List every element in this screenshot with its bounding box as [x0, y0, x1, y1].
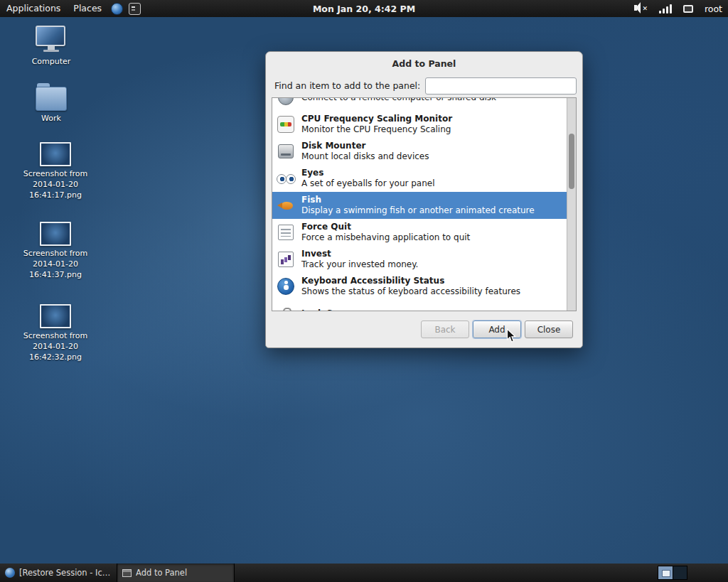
- force-quit-icon: [277, 223, 295, 242]
- icon-label: Screenshot from 2014-01-20 16:41:17.png: [23, 169, 88, 201]
- mouse-cursor: [506, 328, 517, 343]
- item-description: Monitor the CPU Frequency Scaling: [301, 124, 452, 135]
- workspace-1[interactable]: [658, 566, 673, 579]
- network-signal-icon[interactable]: [659, 4, 672, 14]
- taskbar-window-add-to-panel[interactable]: Add to Panel: [117, 564, 235, 582]
- list-scrollbar[interactable]: [567, 98, 576, 311]
- item-description: A set of eyeballs for your panel: [301, 178, 435, 189]
- item-description: Connect to a remote computer or shared d…: [301, 97, 496, 103]
- item-name: Eyes: [301, 168, 435, 178]
- item-description: Force a misbehaving application to quit: [301, 232, 470, 243]
- find-row: Find an item to add to the panel:: [274, 77, 577, 95]
- item-name: CPU Frequency Scaling Monitor: [301, 114, 452, 124]
- list-item-fish-selected[interactable]: Fish Display a swimming fish or another …: [272, 192, 576, 219]
- image-thumbnail: [40, 304, 71, 328]
- add-to-panel-dialog: Add to Panel Find an item to add to the …: [265, 51, 583, 348]
- item-name: Force Quit: [301, 222, 470, 232]
- cpu-frequency-icon: [277, 115, 295, 134]
- applications-menu[interactable]: Applications: [0, 0, 67, 17]
- close-button[interactable]: Close: [525, 320, 573, 338]
- folder-icon: [36, 87, 67, 111]
- dialog-window-icon: [122, 569, 132, 577]
- invest-icon: [277, 250, 295, 269]
- terminal-launcher-icon[interactable]: [129, 3, 141, 15]
- browser-window-icon: [5, 568, 15, 578]
- list-item-lock-screen[interactable]: Lock Screen: [272, 300, 576, 311]
- workspace-switcher: [658, 566, 687, 580]
- clock[interactable]: Mon Jan 20, 4:42 PM: [313, 4, 415, 14]
- icon-label: Screenshot from 2014-01-20 16:42:32.png: [23, 331, 88, 363]
- desktop-icon-screenshot-1[interactable]: Screenshot from 2014-01-20 16:41:17.png: [18, 142, 92, 201]
- list-item-force-quit[interactable]: Force Quit Force a misbehaving applicati…: [272, 219, 576, 246]
- desktop-icon-work-folder[interactable]: Work: [14, 82, 88, 124]
- item-description: Track your invested money.: [301, 259, 418, 270]
- browser-launcher-icon[interactable]: [111, 3, 123, 15]
- scrollbar-thumb[interactable]: [569, 134, 574, 189]
- applet-rows: Connect to a remote computer or shared d…: [272, 97, 576, 311]
- item-name: Fish: [301, 195, 535, 205]
- applet-list: Connect to a remote computer or shared d…: [272, 97, 577, 311]
- workspace-2[interactable]: [673, 566, 687, 579]
- bottom-taskbar: [Restore Session - Ice... Add to Panel: [0, 564, 728, 582]
- list-item-keyboard-accessibility[interactable]: Keyboard Accessibility Status Shows the …: [272, 273, 576, 300]
- image-thumbnail: [40, 142, 71, 166]
- taskbar-window-label: Add to Panel: [136, 568, 187, 578]
- back-button[interactable]: Back: [421, 320, 469, 338]
- list-item-remote-desktop[interactable]: Connect to a remote computer or shared d…: [272, 97, 576, 111]
- item-description: Display a swimming fish or another anima…: [301, 205, 535, 216]
- desktop-icon-screenshot-3[interactable]: Screenshot from 2014-01-20 16:42:32.png: [18, 304, 92, 363]
- find-label: Find an item to add to the panel:: [274, 80, 420, 91]
- taskbar-window-label: [Restore Session - Ice...: [19, 568, 112, 578]
- volume-muted-icon[interactable]: ✕: [633, 2, 648, 15]
- icon-label: Work: [18, 114, 84, 124]
- top-panel: Applications Places Mon Jan 20, 4:42 PM …: [0, 0, 728, 17]
- keyboard-accessibility-icon: [277, 277, 295, 296]
- list-item-disk-mounter[interactable]: Disk Mounter Mount local disks and devic…: [272, 138, 576, 165]
- eyes-icon: [277, 169, 295, 188]
- dialog-title: Add to Panel: [266, 52, 582, 69]
- find-input[interactable]: [425, 77, 577, 95]
- image-thumbnail: [40, 222, 71, 246]
- lock-screen-icon: [277, 304, 295, 311]
- computer-icon: [36, 26, 67, 54]
- remote-desktop-icon: [277, 97, 295, 107]
- mute-x-mark: ✕: [642, 5, 648, 12]
- desktop-screen: Applications Places Mon Jan 20, 4:42 PM …: [0, 0, 728, 582]
- dialog-buttons: Back Add Close: [421, 320, 573, 338]
- disk-mounter-icon: [277, 142, 295, 161]
- fish-icon: [277, 196, 295, 215]
- item-name: Invest: [301, 249, 418, 259]
- icon-label: Computer: [18, 57, 84, 68]
- icon-label: Screenshot from 2014-01-20 16:41:37.png: [23, 249, 88, 281]
- desktop-icon-screenshot-2[interactable]: Screenshot from 2014-01-20 16:41:37.png: [18, 222, 92, 281]
- panel-status-area: ✕ root: [633, 2, 728, 15]
- item-name: Keyboard Accessibility Status: [301, 276, 520, 286]
- user-indicator[interactable]: root: [705, 4, 722, 14]
- list-item-cpu-frequency[interactable]: CPU Frequency Scaling Monitor Monitor th…: [272, 111, 576, 138]
- desktop-icon-computer[interactable]: Computer: [14, 26, 88, 68]
- display-icon[interactable]: [683, 5, 693, 13]
- taskbar-window-restore-session[interactable]: [Restore Session - Ice...: [0, 564, 117, 582]
- item-description: Mount local disks and devices: [301, 151, 429, 162]
- item-description: Shows the status of keyboard accessibili…: [301, 286, 520, 297]
- speaker-cone: [634, 5, 637, 11]
- list-item-invest[interactable]: Invest Track your invested money.: [272, 246, 576, 273]
- list-item-eyes[interactable]: Eyes A set of eyeballs for your panel: [272, 165, 576, 192]
- item-name: Disk Mounter: [301, 141, 429, 151]
- item-name: Lock Screen: [301, 308, 360, 312]
- places-menu[interactable]: Places: [67, 0, 108, 17]
